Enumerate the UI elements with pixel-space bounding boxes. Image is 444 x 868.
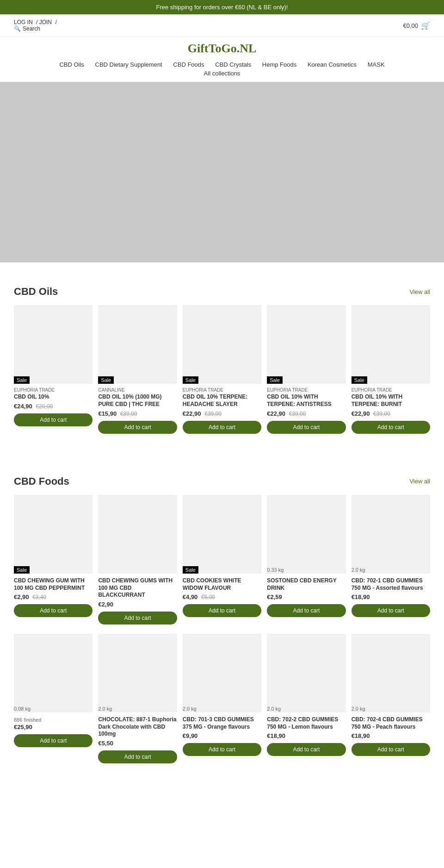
product-card: Sale EUPHORIA TRADE CBD OIL 10% TERPENE:… xyxy=(183,305,261,434)
price-original: €3,40 xyxy=(32,594,46,600)
nav-cbd-dietary[interactable]: CBD Dietary Supplement xyxy=(95,61,162,68)
cbd-foods-title: CBD Foods xyxy=(14,475,69,487)
price-original: €39,00 xyxy=(204,411,222,417)
price-current: €18,90 xyxy=(267,732,285,739)
header: LOG IN / JOIN / 🔍 Search €0,00 🛒 xyxy=(0,14,444,37)
product-card: 2.0 kg CBD: 702-1 CBD GUMMIES 750 MG - A… xyxy=(352,495,430,624)
price-current: €24,90 xyxy=(14,403,32,410)
search-label: Search xyxy=(23,25,40,32)
price-original: €5,00 xyxy=(201,594,215,600)
cbd-oils-view-all[interactable]: View all xyxy=(409,288,430,295)
product-name: SOSTONED CBD ENERGY DRINK xyxy=(267,577,345,592)
sale-badge: Sale xyxy=(352,376,367,384)
cbd-foods-view-all[interactable]: View all xyxy=(409,478,430,485)
product-image: Sale xyxy=(14,305,92,384)
cbd-foods-section: CBD Foods View all Sale CBD CHEWING GUM … xyxy=(0,466,444,782)
product-card: Sale EUPHORIA TRADE CBD OIL 10% €24,90 €… xyxy=(14,305,92,434)
add-to-cart-button[interactable]: Add to cart xyxy=(98,612,177,624)
sale-badge: Sale xyxy=(14,566,30,574)
add-to-cart-button[interactable]: Add to cart xyxy=(352,604,430,617)
product-name: CBD COOKIES WHITE WIDOW FLAVOUR xyxy=(183,577,261,592)
add-to-cart-button[interactable]: Add to cart xyxy=(183,421,261,434)
weight-badge: 2.0 kg xyxy=(183,705,197,712)
weight-badge: 2.0 kg xyxy=(98,705,112,712)
add-to-cart-button[interactable]: Add to cart xyxy=(183,743,261,756)
cbd-oils-header: CBD Oils View all xyxy=(14,286,430,298)
add-to-cart-button[interactable]: Add to cart xyxy=(14,734,92,747)
product-name: CBD OIL 10% WITH TERPENE: BURNIT xyxy=(352,393,430,408)
add-to-cart-button[interactable]: Add to cart xyxy=(267,604,345,617)
add-to-cart-button[interactable]: Add to cart xyxy=(183,604,261,617)
product-prices: €18,90 xyxy=(352,732,430,739)
product-image: 2.0 kg xyxy=(352,634,430,712)
product-name: 886 finished xyxy=(14,716,92,724)
product-card: Sale EUPHORIA TRADE CBD OIL 10% WITH TER… xyxy=(267,305,345,434)
price-original: €39,00 xyxy=(120,411,137,417)
add-to-cart-button[interactable]: Add to cart xyxy=(98,421,177,434)
weight-badge: 0.33 kg xyxy=(267,566,284,574)
product-image: Sale xyxy=(14,495,92,574)
weight-badge: 2.0 kg xyxy=(352,705,365,712)
cbd-foods-grid-row1: Sale CBD CHEWING GUM WITH 100 MG CBD PEP… xyxy=(14,495,430,624)
add-to-cart-button[interactable]: Add to cart xyxy=(267,421,345,434)
product-card: 2.0 kg CBD: 702-4 CBD GUMMIES 750 MG - P… xyxy=(352,634,430,763)
price-current: €25,90 xyxy=(14,724,32,731)
cart-area[interactable]: €0,00 🛒 xyxy=(403,21,430,30)
nav-cbd-crystals[interactable]: CBD Crystals xyxy=(215,61,251,68)
price-current: €2,59 xyxy=(267,593,282,600)
product-prices: €22,90 €39,00 xyxy=(183,410,261,417)
product-prices: €25,90 xyxy=(14,724,92,731)
nav-korean-cosmetics[interactable]: Korean Cosmetics xyxy=(308,61,357,68)
add-to-cart-button[interactable]: Add to cart xyxy=(98,750,177,763)
separator: / xyxy=(55,19,56,25)
nav-row2: All collections xyxy=(0,70,444,77)
add-to-cart-button[interactable]: Add to cart xyxy=(352,743,430,756)
weight-badge: 2.0 kg xyxy=(267,705,281,712)
product-prices: €5,50 xyxy=(98,740,177,747)
price-original: €39,00 xyxy=(373,411,390,417)
add-to-cart-button[interactable]: Add to cart xyxy=(14,604,92,617)
product-brand: EUPHORIA TRADE xyxy=(352,387,430,393)
nav-hemp-foods[interactable]: Hemp Foods xyxy=(262,61,296,68)
nav-cbd-oils[interactable]: CBD Oils xyxy=(59,61,84,68)
price-current: €2,90 xyxy=(14,593,29,600)
weight-badge: 2.0 kg xyxy=(352,566,365,574)
product-prices: €2,59 xyxy=(267,593,345,600)
product-name: CBD: 702-4 CBD GUMMIES 750 MG - Peach fl… xyxy=(352,716,430,731)
search-trigger[interactable]: 🔍 Search xyxy=(14,25,57,32)
login-link[interactable]: LOG IN xyxy=(14,19,33,25)
add-to-cart-button[interactable]: Add to cart xyxy=(14,413,92,426)
product-image: 0.33 kg xyxy=(267,495,345,574)
product-image: Sale xyxy=(98,305,177,384)
product-card: 0.08 kg 886 finished €25,90 Add to cart xyxy=(14,634,92,763)
product-prices: €2,90 xyxy=(98,601,177,608)
price-original: €20,00 xyxy=(36,403,53,410)
product-card: Sale CBD COOKIES WHITE WIDOW FLAVOUR €4,… xyxy=(183,495,261,624)
product-prices: €2,90 €3,40 xyxy=(14,593,92,600)
product-card: 2.0 kg CBD: 702-2 CBD GUMMIES 750 MG - L… xyxy=(267,634,345,763)
hero-image xyxy=(0,82,444,262)
auth-links: LOG IN / JOIN / 🔍 Search xyxy=(14,19,57,32)
product-name: CBD OIL 10% xyxy=(14,393,92,401)
price-current: €22,90 xyxy=(352,410,370,417)
nav-cbd-foods[interactable]: CBD Foods xyxy=(173,61,204,68)
price-current: €9,90 xyxy=(183,732,198,739)
site-title[interactable]: GiftToGo.NL xyxy=(0,42,444,56)
product-name: CBD CHEWING GUMS WITH 100 MG CBD BLACKCU… xyxy=(98,577,177,599)
nav-mask[interactable]: MASK xyxy=(368,61,385,68)
add-to-cart-button[interactable]: Add to cart xyxy=(352,421,430,434)
cbd-foods-header: CBD Foods View all xyxy=(14,475,430,487)
join-link[interactable]: JOIN xyxy=(39,19,52,25)
product-prices: €15,90 €39,00 xyxy=(98,410,177,417)
product-name: CBD OIL 10% TERPENE: HEADACHE SLAYER xyxy=(183,393,261,408)
top-banner: Free shipping for orders over €60 (NL & … xyxy=(0,0,444,14)
cbd-oils-grid: Sale EUPHORIA TRADE CBD OIL 10% €24,90 €… xyxy=(14,305,430,434)
nav-all-collections[interactable]: All collections xyxy=(204,70,240,77)
product-card: Sale CANNALINE CBD OIL 10% (1000 mg) PUR… xyxy=(98,305,177,434)
add-to-cart-button[interactable]: Add to cart xyxy=(267,743,345,756)
product-prices: €4,90 €5,00 xyxy=(183,593,261,600)
search-icon: 🔍 xyxy=(14,25,21,32)
sale-badge: Sale xyxy=(183,376,198,384)
product-image: 2.0 kg xyxy=(352,495,430,574)
cbd-foods-grid-row2: 0.08 kg 886 finished €25,90 Add to cart … xyxy=(14,634,430,763)
